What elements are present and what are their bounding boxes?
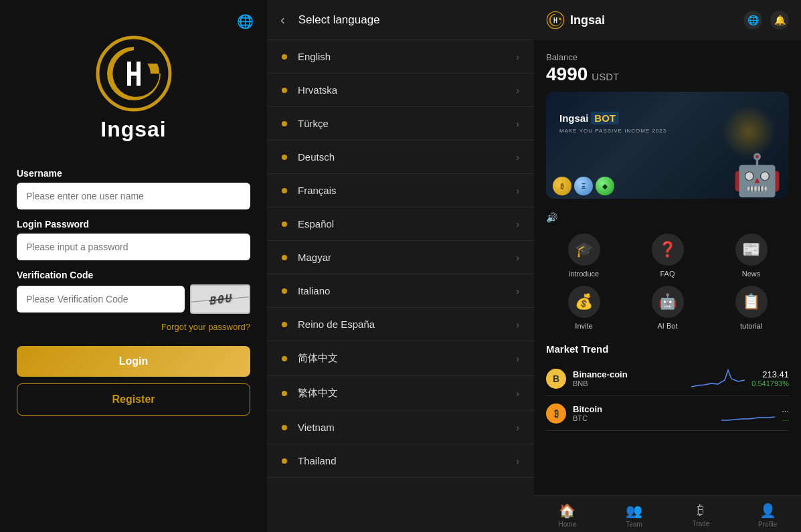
lang-dot [282, 458, 287, 464]
BTC-name: Bitcoin [573, 404, 715, 414]
language-item[interactable]: Türkçe › [267, 107, 534, 141]
svg-rect-9 [554, 19, 557, 20]
team-footer-icon: 👥 [626, 503, 642, 519]
logo-svg [94, 33, 174, 114]
lang-dot [282, 391, 287, 396]
lang-chevron-icon: › [516, 52, 519, 62]
lang-chevron-icon: › [516, 219, 519, 230]
lang-dot [282, 54, 287, 60]
lang-chevron-icon: › [516, 353, 519, 364]
lang-chevron-icon: › [516, 252, 519, 263]
footer-team[interactable]: 👥 Team [601, 503, 668, 528]
lang-name: 繁体中文 [298, 387, 516, 400]
BTC-price-value: ... [782, 404, 789, 414]
language-item[interactable]: Hrvatska › [267, 74, 534, 107]
market-title: Market Trend [546, 343, 789, 355]
banner-content: Ingsai BOT MAKE YOU PASSIVE INCOME 2023 [559, 112, 666, 134]
language-item[interactable]: Reino de España › [267, 308, 534, 341]
market-item-BNB[interactable]: B Binance-coin BNB 213.41 0.541793% [546, 361, 789, 396]
icon-FAQ[interactable]: ❓ FAQ [630, 234, 705, 278]
username-input[interactable] [17, 183, 250, 209]
lang-name: Reino de España [298, 319, 516, 330]
home-body: Balance 4990 USDT Ingsai BOT MAKE YOU PA… [534, 40, 801, 495]
trade-footer-icon: ₿ [697, 503, 704, 518]
balance-amount-row: 4990 USDT [546, 64, 789, 85]
icon-AI Bot[interactable]: 🤖 AI Bot [630, 286, 705, 330]
balance-unit: USDT [592, 71, 619, 82]
footer-home[interactable]: 🏠 Home [534, 503, 601, 528]
footer-profile[interactable]: 👤 Profile [734, 503, 801, 528]
coin-2: Ξ [574, 177, 593, 195]
banner-brand: Ingsai [559, 112, 588, 124]
promo-banner[interactable]: Ingsai BOT MAKE YOU PASSIVE INCOME 2023 … [546, 92, 789, 199]
forgot-link[interactable]: Forgot your password? [17, 321, 250, 333]
footer-trade[interactable]: ₿ Trade [668, 503, 735, 528]
icon-News[interactable]: 📰 News [713, 234, 789, 278]
BNB-ticker: BNB [573, 379, 685, 387]
lang-dot [282, 356, 287, 361]
lang-name: Vietnam [298, 422, 516, 433]
tutorial-icon-label: tutorial [740, 322, 762, 330]
BNB-info: Binance-coin BNB [573, 369, 685, 387]
BTC-chart [721, 402, 775, 425]
register-button[interactable]: Register [17, 383, 250, 416]
FAQ-icon-label: FAQ [660, 270, 675, 278]
AI Bot-icon-circle: 🤖 [652, 286, 684, 318]
coin-3: ◆ [596, 177, 614, 195]
language-item[interactable]: Español › [267, 207, 534, 241]
lang-chevron-icon: › [516, 152, 519, 163]
home-logo-row: Ingsai [546, 11, 605, 29]
profile-footer-label: Profile [758, 521, 777, 528]
icon-Invite[interactable]: 💰 Invite [546, 286, 622, 330]
verification-label: Verification Code [17, 270, 250, 280]
login-panel: 🌐 Ingsai Username Login Password Verific… [0, 0, 267, 532]
language-item[interactable]: Magyar › [267, 241, 534, 274]
BTC-ticker: BTC [573, 414, 715, 422]
banner-subtitle: MAKE YOU PASSIVE INCOME 2023 [559, 128, 666, 134]
home-header-icons: 🌐 🔔 [743, 11, 789, 29]
language-item[interactable]: Thailand › [267, 444, 534, 478]
language-item[interactable]: Italiano › [267, 274, 534, 308]
BNB-price: 213.41 0.541793% [751, 369, 789, 387]
News-icon-label: News [742, 270, 761, 278]
home-footer: 🏠 Home 👥 Team ₿ Trade 👤 Profile [534, 495, 801, 532]
language-item[interactable]: 繁体中文 › [267, 376, 534, 411]
banner-coins: ₿ Ξ ◆ [553, 177, 614, 195]
language-header: ‹ Select language [267, 0, 534, 40]
lang-dot [282, 188, 287, 193]
password-input[interactable] [17, 234, 250, 260]
back-button[interactable]: ‹ [280, 12, 285, 27]
password-label: Login Password [17, 219, 250, 230]
logo-container: Ingsai [94, 33, 174, 142]
globe-icon[interactable]: 🌐 [237, 13, 254, 29]
language-item[interactable]: 简体中文 › [267, 341, 534, 376]
language-item[interactable]: Deutsch › [267, 141, 534, 174]
BTC-icon: ₿ [546, 404, 566, 424]
captcha-image[interactable]: B0U [190, 284, 250, 314]
lang-chevron-icon: › [516, 185, 519, 196]
login-button[interactable]: Login [17, 346, 250, 377]
home-logo-text: Ingsai [570, 13, 605, 27]
volume-icon[interactable]: 🔊 [546, 212, 557, 223]
banner-bot: BOT [591, 112, 619, 124]
icon-introduce[interactable]: 🎓 introduce [546, 234, 622, 278]
language-icon[interactable]: 🌐 [743, 11, 762, 29]
captcha-input[interactable] [17, 286, 185, 313]
lang-dot [282, 88, 287, 93]
language-list: English › Hrvatska › Türkçe › Deutsch › … [267, 40, 534, 532]
icon-tutorial[interactable]: 📋 tutorial [713, 286, 789, 330]
trade-footer-label: Trade [692, 520, 709, 527]
forgot-password-link[interactable]: Forgot your password? [161, 322, 250, 332]
notification-icon[interactable]: 🔔 [770, 11, 789, 29]
market-item-BTC[interactable]: ₿ Bitcoin BTC ... ... [546, 396, 789, 431]
introduce-icon-circle: 🎓 [568, 234, 600, 266]
language-item[interactable]: Vietnam › [267, 411, 534, 444]
login-form: Username Login Password Verification Cod… [17, 159, 250, 416]
BNB-icon: B [546, 369, 566, 389]
language-item[interactable]: English › [267, 40, 534, 74]
lang-chevron-icon: › [516, 456, 519, 466]
svg-rect-4 [127, 72, 141, 76]
coin-1: ₿ [553, 177, 571, 195]
language-item[interactable]: Français › [267, 174, 534, 207]
BNB-change: 0.541793% [751, 379, 789, 387]
